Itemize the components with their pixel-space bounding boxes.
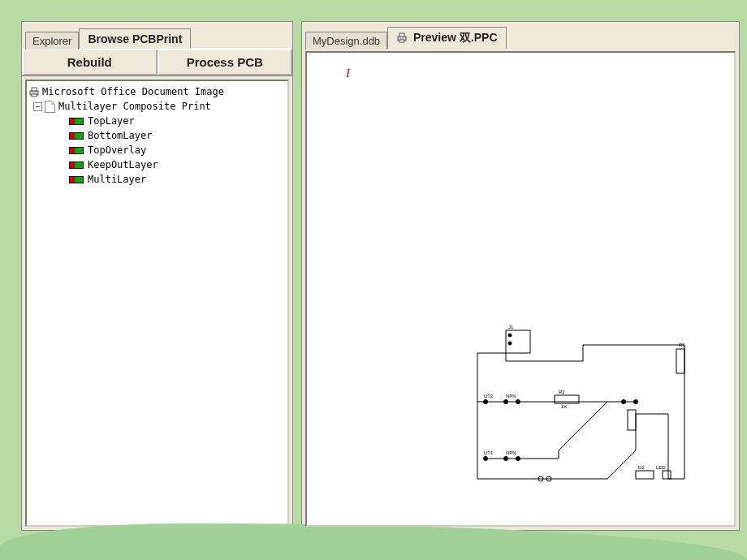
svg-text:R1: R1 xyxy=(679,342,685,347)
tab-browse-pcbprint[interactable]: Browse PCBPrint xyxy=(79,28,191,49)
svg-point-8 xyxy=(508,342,512,345)
rebuild-button[interactable]: Rebuild xyxy=(22,49,158,75)
layer-icon xyxy=(69,118,84,125)
printer-icon xyxy=(396,32,408,45)
svg-rect-1 xyxy=(32,88,37,91)
page-icon xyxy=(45,101,55,113)
tree-root-label: Microsoft Office Document Image xyxy=(42,86,224,97)
preview-canvas[interactable]: I xyxy=(305,51,736,527)
tree-layer-item[interactable]: TopOverlay xyxy=(28,143,286,157)
svg-text:1K: 1K xyxy=(561,404,567,409)
pcb-schematic-preview: J1 R1 U?2 NPN R2 1K U?1 NPN D2 LED xyxy=(461,321,705,507)
left-tab-bar: Explorer Browse PCBPrint xyxy=(22,22,292,48)
svg-text:LED: LED xyxy=(656,465,666,470)
collapse-toggle-icon[interactable]: − xyxy=(33,102,42,111)
layer-icon xyxy=(69,147,84,154)
tree-composite-label: Multilayer Composite Print xyxy=(58,101,211,112)
printer-icon xyxy=(28,86,40,97)
svg-point-15 xyxy=(622,400,626,404)
tab-explorer[interactable]: Explorer xyxy=(25,32,79,50)
svg-rect-27 xyxy=(663,471,671,479)
layer-label: KeepOutLayer xyxy=(88,159,158,170)
svg-rect-5 xyxy=(399,40,404,42)
tree-root-node[interactable]: Microsoft Office Document Image xyxy=(28,84,286,99)
svg-point-13 xyxy=(516,400,520,404)
svg-text:R2: R2 xyxy=(559,390,565,394)
svg-point-12 xyxy=(504,400,508,404)
text-cursor-icon: I xyxy=(346,67,350,80)
svg-rect-17 xyxy=(628,410,636,430)
explorer-panel: Explorer Browse PCBPrint Rebuild Process… xyxy=(21,21,293,531)
svg-rect-26 xyxy=(636,471,654,479)
preview-panel: MyDesign.ddb Preview 双.PPC I xyxy=(301,21,740,531)
svg-rect-2 xyxy=(32,94,37,97)
main-layout: Explorer Browse PCBPrint Rebuild Process… xyxy=(0,0,747,536)
tree-layer-item[interactable]: KeepOutLayer xyxy=(28,157,286,172)
tree-layer-item[interactable]: MultiLayer xyxy=(28,172,286,187)
layer-icon xyxy=(69,132,84,140)
svg-line-18 xyxy=(559,402,607,450)
layer-tree: Microsoft Office Document Image − Multil… xyxy=(25,80,289,527)
layer-label: TopLayer xyxy=(88,115,135,127)
layer-label: BottomLayer xyxy=(88,130,152,141)
svg-text:U?2: U?2 xyxy=(484,394,494,398)
layer-icon xyxy=(69,162,84,169)
svg-text:D2: D2 xyxy=(638,465,645,470)
svg-rect-4 xyxy=(399,33,404,37)
svg-point-16 xyxy=(634,400,638,404)
tree-layer-item[interactable]: BottomLayer xyxy=(28,128,286,143)
tab-mydesign[interactable]: MyDesign.ddb xyxy=(305,32,387,50)
svg-text:U?1: U?1 xyxy=(484,450,494,455)
layer-icon xyxy=(69,176,84,183)
layer-label: MultiLayer xyxy=(88,174,146,185)
layer-label: TopOverlay xyxy=(88,144,146,156)
svg-text:NPN: NPN xyxy=(506,394,516,398)
svg-point-7 xyxy=(508,334,512,337)
tab-preview-label: Preview 双.PPC xyxy=(413,31,498,44)
process-pcb-button[interactable]: Process PCB xyxy=(158,49,293,75)
tree-composite-node[interactable]: − Multilayer Composite Print xyxy=(28,99,286,114)
svg-rect-9 xyxy=(676,349,684,373)
svg-point-11 xyxy=(484,400,488,404)
svg-text:NPN: NPN xyxy=(506,450,516,455)
right-tab-bar: MyDesign.ddb Preview 双.PPC xyxy=(302,22,739,48)
pcb-button-row: Rebuild Process PCB xyxy=(22,48,292,76)
svg-text:J1: J1 xyxy=(508,325,514,330)
tab-preview-ppc[interactable]: Preview 双.PPC xyxy=(387,27,506,49)
tree-layer-item[interactable]: TopLayer xyxy=(28,114,286,128)
